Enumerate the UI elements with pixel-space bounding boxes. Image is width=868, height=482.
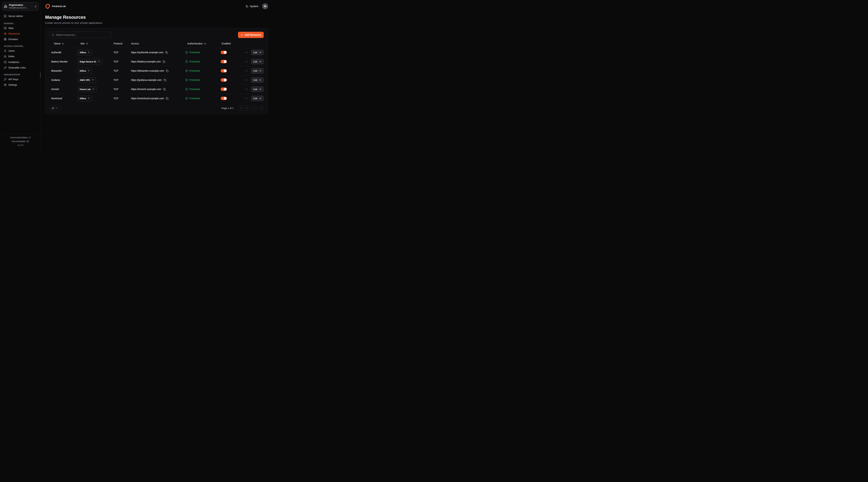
row-menu-button[interactable] — [245, 88, 248, 91]
access-cell: https://immich.example.com — [131, 88, 185, 91]
site-link-button[interactable]: Office — [77, 50, 92, 55]
protocol-cell: TCP — [114, 69, 131, 72]
page-info: Page 1 of 1 — [221, 107, 234, 109]
next-page-button[interactable] — [252, 105, 257, 111]
theme-selector-button[interactable]: System — [246, 5, 258, 8]
brand-name: PANGOLIN — [52, 5, 66, 8]
site-link-button[interactable]: Office — [77, 96, 92, 101]
sidebar-item-settings[interactable]: Settings — [2, 82, 39, 88]
sidebar-item-server-admin[interactable]: Server Admin — [2, 13, 39, 19]
search-box — [50, 32, 111, 38]
row-menu-button[interactable] — [245, 97, 248, 100]
arrow-right-icon — [259, 88, 261, 90]
sidebar-item-api-keys[interactable]: API Keys — [2, 76, 39, 82]
column-header-site: Site — [77, 42, 114, 45]
enabled-cell — [221, 60, 245, 63]
authentication-cell: Protected — [185, 69, 221, 72]
search-input[interactable] — [56, 33, 109, 36]
org-selector[interactable]: Organization milo@fossorial.io's ... — [2, 2, 39, 10]
site-cell: Office — [77, 68, 114, 74]
site-cell: Edge Device 01 — [77, 59, 114, 65]
add-resource-button[interactable]: Add Resource — [238, 32, 264, 38]
enabled-toggle[interactable] — [221, 69, 227, 72]
sidebar-item-sites[interactable]: Sites — [2, 25, 39, 31]
sort-name-button[interactable] — [62, 42, 64, 45]
resource-name: Grafana — [50, 78, 77, 82]
edit-button[interactable]: Edit — [251, 68, 264, 73]
enabled-toggle[interactable] — [221, 97, 227, 100]
site-link-button[interactable]: Edge Device 01 — [77, 59, 102, 65]
avatar[interactable]: M — [262, 3, 268, 9]
site-link-button[interactable]: Office — [77, 68, 92, 74]
sort-authentication-button[interactable] — [204, 42, 206, 45]
enabled-cell — [221, 69, 245, 72]
authentication-status: Protected — [189, 78, 200, 82]
row-menu-button[interactable] — [245, 69, 248, 72]
copy-icon — [166, 70, 168, 72]
site-link-button[interactable]: AWS VPC — [77, 77, 96, 83]
edit-button[interactable]: Edit — [251, 96, 264, 101]
ellipsis-icon — [245, 60, 248, 63]
site-cell: Home Lab — [77, 87, 114, 92]
sidebar-scrollbar-thumb[interactable] — [40, 72, 41, 77]
copy-button[interactable] — [163, 60, 165, 63]
sidebar-item-domains[interactable]: Domains — [2, 36, 39, 42]
org-title: Organization — [9, 4, 33, 6]
shield-check-icon — [185, 78, 188, 82]
row-actions-cell — [245, 69, 251, 72]
row-menu-button[interactable] — [245, 78, 248, 82]
copy-button[interactable] — [165, 51, 168, 54]
edit-button[interactable]: Edit — [251, 50, 264, 55]
copy-button[interactable] — [163, 88, 166, 91]
topbar: PANGOLIN System M — [41, 0, 272, 12]
table-row: Bitwarden Office TCP https://bitwarden.e… — [50, 66, 264, 75]
sidebar-item-roles[interactable]: Roles — [2, 54, 39, 59]
edit-button[interactable]: Edit — [251, 77, 264, 83]
arrow-up-right-icon — [88, 51, 90, 54]
community-edition-link[interactable]: Community Edition — [10, 136, 31, 139]
enabled-toggle[interactable] — [221, 78, 227, 82]
first-page-button[interactable] — [238, 105, 243, 111]
enabled-toggle[interactable] — [221, 88, 227, 91]
documentation-link[interactable]: Documentation — [12, 140, 29, 142]
row-actions-cell — [245, 78, 251, 82]
table-row: Authentik Office TCP https://authentik.e… — [50, 48, 264, 57]
edit-button[interactable]: Edit — [251, 59, 264, 64]
authentication-cell: Protected — [185, 78, 221, 82]
enabled-cell — [221, 78, 245, 82]
table-row: Nextcloud Office TCP https://nextcloud.e… — [50, 94, 264, 103]
enabled-toggle[interactable] — [221, 60, 227, 63]
row-menu-button[interactable] — [245, 51, 248, 54]
sidebar-item-invitations[interactable]: Invitations — [2, 59, 39, 65]
column-header-protocol: Protocol — [114, 42, 131, 45]
sidebar-item-shareable-links[interactable]: Shareable Links — [2, 65, 39, 70]
site-name: AWS VPC — [80, 79, 90, 82]
previous-page-button[interactable] — [245, 105, 250, 111]
copy-button[interactable] — [166, 97, 168, 100]
page-title: Manage Resources — [45, 14, 268, 20]
enabled-toggle[interactable] — [221, 51, 227, 54]
authentication-cell: Protected — [185, 97, 221, 100]
last-page-button[interactable] — [258, 105, 264, 111]
row-actions-cell — [245, 51, 251, 54]
table-row: Grafana AWS VPC TCP https://grafana.exam… — [50, 75, 264, 85]
edit-button[interactable]: Edit — [251, 87, 264, 92]
copy-button[interactable] — [164, 79, 166, 82]
shield-check-icon — [185, 97, 188, 100]
site-link-button[interactable]: Home Lab — [77, 87, 97, 92]
sidebar-item-label: Settings — [8, 84, 17, 86]
resource-name: Battery Monitor — [50, 60, 77, 63]
authentication-status: Protected — [189, 60, 200, 63]
site-name: Home Lab — [80, 88, 91, 91]
authentication-status: Protected — [189, 88, 200, 91]
copy-button[interactable] — [166, 70, 168, 72]
page-size-value: 20 — [52, 107, 54, 109]
access-url: https://nextcloud.example.com — [131, 97, 164, 100]
sidebar-item-resources[interactable]: Resources — [2, 31, 39, 36]
sidebar-item-users[interactable]: Users — [2, 48, 39, 54]
arrow-up-right-icon — [92, 79, 94, 81]
page-size-select[interactable]: 20 — [50, 105, 60, 111]
sort-site-button[interactable] — [86, 42, 88, 45]
row-menu-button[interactable] — [245, 60, 248, 63]
edit-label: Edit — [253, 97, 257, 100]
